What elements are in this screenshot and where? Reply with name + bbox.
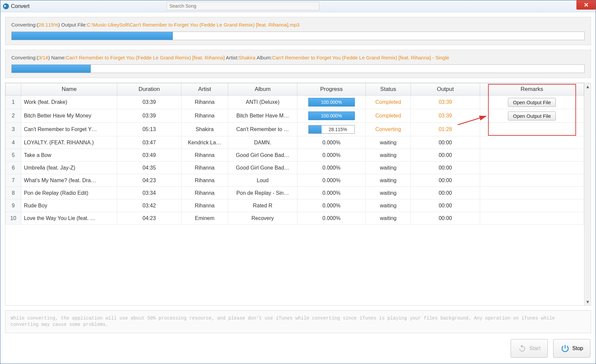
cell-output: 03:39 bbox=[411, 109, 480, 123]
col-header-status[interactable]: Status bbox=[366, 83, 411, 96]
stop-button[interactable]: Stop bbox=[553, 339, 590, 358]
scroll-up-icon[interactable]: ▴ bbox=[584, 83, 591, 90]
label-mid: ) Output File: bbox=[58, 22, 87, 28]
row-number: 2 bbox=[6, 109, 21, 123]
table-row[interactable]: 2Bitch Better Have My Money03:39RihannaB… bbox=[6, 109, 584, 123]
table-row[interactable]: 1Work (feat. Drake)03:39RihannaANTI (Del… bbox=[6, 96, 584, 109]
table-row[interactable]: 4LOYALTY. (FEAT. RIHANNA.)03:47Kendrick … bbox=[6, 136, 584, 149]
track-name: Can't Remember to Forget You (Fedde Le G… bbox=[66, 55, 225, 60]
col-header-name[interactable]: Name bbox=[21, 83, 117, 96]
cell-artist: Rihanna bbox=[181, 96, 228, 109]
table-row[interactable]: 6Umbrella (feat. Jay-Z)04:35RihannaGood … bbox=[6, 162, 584, 174]
cell-progress: 0.000% bbox=[297, 212, 366, 225]
row-number: 1 bbox=[6, 96, 21, 109]
label-prefix: Converting:( bbox=[11, 55, 39, 60]
cell-artist: Rihanna bbox=[181, 162, 228, 174]
cell-artist: Eminem bbox=[181, 212, 228, 225]
stop-label: Stop bbox=[572, 345, 583, 351]
search-input[interactable] bbox=[166, 2, 319, 10]
cell-progress: 0.000% bbox=[297, 136, 366, 149]
cell-duration: 04:35 bbox=[117, 162, 181, 174]
cell-remarks bbox=[480, 149, 584, 162]
output-file-label: Converting:(28.115%) Output File:C:\Musi… bbox=[11, 22, 585, 28]
open-output-button[interactable]: Open Output File bbox=[508, 98, 556, 107]
table-row[interactable]: 10Love the Way You Lie (feat. …04:23Emin… bbox=[6, 212, 584, 225]
cell-name: Rude Boy bbox=[21, 199, 117, 212]
table-row[interactable]: 9Rude Boy03:42RihannaRated R0.000%waitin… bbox=[6, 199, 584, 212]
tracks-table: Name Duration Artist Album Progress Stat… bbox=[5, 83, 584, 225]
col-header-remarks[interactable]: Remarks bbox=[480, 83, 584, 96]
cell-album: Good Girl Gone Bad… bbox=[228, 162, 297, 174]
cell-album: Good Girl Gone Bad… bbox=[228, 149, 297, 162]
cell-status: waiting bbox=[366, 149, 411, 162]
cell-album: Rated R bbox=[228, 199, 297, 212]
col-header-num[interactable] bbox=[6, 83, 21, 96]
row-number: 3 bbox=[6, 123, 21, 136]
cell-album: Loud bbox=[228, 174, 297, 187]
col-header-album[interactable]: Album bbox=[228, 83, 297, 96]
track-album: Can't Remember to Forget You (Fedde Le G… bbox=[272, 55, 449, 60]
cell-remarks bbox=[480, 187, 584, 199]
col-header-duration[interactable]: Duration bbox=[117, 83, 181, 96]
row-number: 10 bbox=[6, 212, 21, 225]
titlebar: Convert ✕ bbox=[0, 0, 596, 12]
cell-duration: 04:23 bbox=[117, 174, 181, 187]
cell-name: Take a Bow bbox=[21, 149, 117, 162]
col-header-output[interactable]: Output bbox=[411, 83, 480, 96]
current-track-panel: Converting:(3/14) Name:Can't Remember to… bbox=[5, 50, 591, 78]
cell-remarks bbox=[480, 212, 584, 225]
row-number: 7 bbox=[6, 174, 21, 187]
app-icon bbox=[3, 3, 9, 9]
cell-remarks bbox=[480, 136, 584, 149]
cell-duration: 03:39 bbox=[117, 96, 181, 109]
footer-buttons: Start Stop bbox=[5, 338, 591, 359]
cell-remarks bbox=[480, 162, 584, 174]
track-progress-bar bbox=[11, 64, 585, 73]
cell-status: waiting bbox=[366, 212, 411, 225]
cell-progress: 0.000% bbox=[297, 187, 366, 199]
table-scroll[interactable]: Name Duration Artist Album Progress Stat… bbox=[5, 83, 584, 305]
cell-remarks: Open Output File bbox=[480, 96, 584, 109]
current-track-label: Converting:(3/14) Name:Can't Remember to… bbox=[11, 55, 585, 61]
cell-album: Pon de Replay - Sin… bbox=[228, 187, 297, 199]
cell-duration: 05:13 bbox=[117, 123, 181, 136]
start-label: Start bbox=[529, 345, 541, 351]
cell-output: 00:00 bbox=[411, 187, 480, 199]
row-number: 6 bbox=[6, 162, 21, 174]
cell-status: Converting bbox=[366, 123, 411, 136]
cell-duration: 04:23 bbox=[117, 212, 181, 225]
table-row[interactable]: 5Take a Bow03:49RihannaGood Girl Gone Ba… bbox=[6, 149, 584, 162]
cell-duration: 03:49 bbox=[117, 149, 181, 162]
cell-status: waiting bbox=[366, 174, 411, 187]
col-header-artist[interactable]: Artist bbox=[181, 83, 228, 96]
overall-percent: 28.115% bbox=[39, 22, 58, 28]
track-progress-fill bbox=[12, 65, 91, 73]
cell-remarks bbox=[480, 123, 584, 136]
start-button: Start bbox=[511, 339, 548, 358]
cell-progress: 100.000% bbox=[297, 96, 366, 109]
cell-artist: Rihanna bbox=[181, 199, 228, 212]
close-button[interactable]: ✕ bbox=[576, 0, 596, 10]
col-header-progress[interactable]: Progress bbox=[297, 83, 366, 96]
cell-artist: Rihanna bbox=[181, 149, 228, 162]
label-name: ) Name: bbox=[48, 55, 66, 60]
cell-artist: Rihanna bbox=[181, 109, 228, 123]
table-row[interactable]: 7What's My Name? (feat. Dra…04:23Rihanna… bbox=[6, 174, 584, 187]
cell-status: Completed bbox=[366, 96, 411, 109]
cell-progress: 0.000% bbox=[297, 174, 366, 187]
table-row[interactable]: 3Can't Remember to Forget Y…05:13Shakira… bbox=[6, 123, 584, 136]
cell-duration: 03:42 bbox=[117, 199, 181, 212]
row-number: 8 bbox=[6, 187, 21, 199]
cell-output: 00:00 bbox=[411, 149, 480, 162]
vertical-scrollbar[interactable]: ▴ ▾ bbox=[584, 83, 591, 305]
table-row[interactable]: 8Pon de Replay (Radio Edit)03:34RihannaP… bbox=[6, 187, 584, 199]
tracks-table-area: Name Duration Artist Album Progress Stat… bbox=[5, 83, 591, 306]
track-count: 3/14 bbox=[39, 55, 48, 60]
progress-bar-partial: 28.115% bbox=[308, 125, 355, 134]
open-output-button[interactable]: Open Output File bbox=[508, 111, 556, 120]
cell-output: 00:00 bbox=[411, 212, 480, 225]
restart-icon bbox=[518, 344, 527, 353]
cell-album: Recovery bbox=[228, 212, 297, 225]
cell-output: 00:00 bbox=[411, 199, 480, 212]
scroll-down-icon[interactable]: ▾ bbox=[584, 299, 591, 305]
